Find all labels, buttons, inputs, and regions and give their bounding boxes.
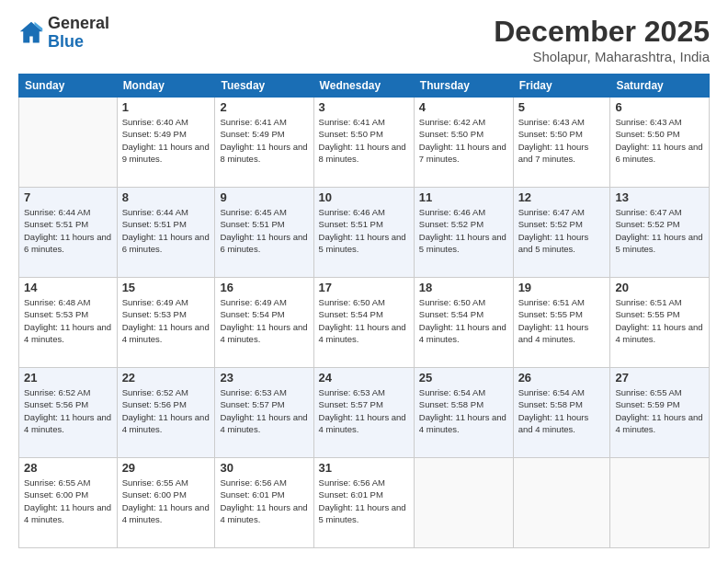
calendar-cell: 28Sunrise: 6:55 AMSunset: 6:00 PMDayligh… — [19, 458, 118, 548]
cell-sun-info: Sunrise: 6:50 AMSunset: 5:54 PMDaylight:… — [419, 296, 508, 345]
day-number: 8 — [122, 190, 210, 204]
calendar-cell: 11Sunrise: 6:46 AMSunset: 5:52 PMDayligh… — [414, 188, 513, 278]
cell-sun-info: Sunrise: 6:51 AMSunset: 5:55 PMDaylight:… — [615, 296, 704, 345]
calendar-page: General Blue December 2025 Sholapur, Mah… — [0, 0, 728, 563]
day-number: 19 — [518, 281, 606, 294]
calendar-cell: 31Sunrise: 6:56 AMSunset: 6:01 PMDayligh… — [313, 458, 414, 548]
calendar-cell: 23Sunrise: 6:53 AMSunset: 5:57 PMDayligh… — [215, 368, 313, 458]
day-number: 26 — [518, 371, 606, 385]
day-number: 24 — [319, 371, 409, 385]
calendar-cell: 16Sunrise: 6:49 AMSunset: 5:54 PMDayligh… — [215, 278, 313, 368]
calendar-cell: 24Sunrise: 6:53 AMSunset: 5:57 PMDayligh… — [313, 368, 414, 458]
cell-sun-info: Sunrise: 6:53 AMSunset: 5:57 PMDaylight:… — [220, 386, 308, 435]
header: General Blue December 2025 Sholapur, Mah… — [18, 15, 710, 64]
cell-sun-info: Sunrise: 6:47 AMSunset: 5:52 PMDaylight:… — [615, 206, 704, 255]
cell-sun-info: Sunrise: 6:56 AMSunset: 6:01 PMDaylight:… — [220, 477, 308, 525]
cell-sun-info: Sunrise: 6:54 AMSunset: 5:58 PMDaylight:… — [419, 386, 508, 435]
weekday-header-row: SundayMondayTuesdayWednesdayThursdayFrid… — [19, 75, 710, 98]
logo-text: General Blue — [48, 15, 109, 52]
calendar-week-row: 14Sunrise: 6:48 AMSunset: 5:53 PMDayligh… — [19, 278, 710, 368]
day-number: 2 — [220, 100, 308, 114]
day-number: 23 — [220, 371, 308, 385]
day-number: 11 — [419, 190, 508, 204]
cell-sun-info: Sunrise: 6:47 AMSunset: 5:52 PMDaylight:… — [518, 206, 606, 255]
day-number: 7 — [24, 190, 112, 204]
day-number: 17 — [319, 281, 409, 294]
day-number: 16 — [220, 281, 308, 294]
day-number: 20 — [615, 281, 704, 294]
cell-sun-info: Sunrise: 6:56 AMSunset: 6:01 PMDaylight:… — [319, 477, 409, 525]
day-number: 4 — [419, 100, 508, 114]
cell-sun-info: Sunrise: 6:42 AMSunset: 5:50 PMDaylight:… — [419, 116, 508, 165]
calendar-week-row: 7Sunrise: 6:44 AMSunset: 5:51 PMDaylight… — [19, 188, 710, 278]
day-number: 22 — [122, 371, 210, 385]
day-number: 6 — [615, 100, 704, 114]
cell-sun-info: Sunrise: 6:45 AMSunset: 5:51 PMDaylight:… — [220, 206, 308, 255]
day-number: 27 — [615, 371, 704, 385]
cell-sun-info: Sunrise: 6:46 AMSunset: 5:52 PMDaylight:… — [419, 206, 508, 255]
weekday-header-sunday: Sunday — [19, 75, 118, 98]
calendar-cell: 22Sunrise: 6:52 AMSunset: 5:56 PMDayligh… — [117, 368, 215, 458]
calendar-cell — [513, 458, 610, 548]
cell-sun-info: Sunrise: 6:40 AMSunset: 5:49 PMDaylight:… — [122, 116, 210, 165]
day-number: 29 — [122, 461, 210, 475]
calendar-cell: 21Sunrise: 6:52 AMSunset: 5:56 PMDayligh… — [19, 368, 118, 458]
calendar-cell: 25Sunrise: 6:54 AMSunset: 5:58 PMDayligh… — [414, 368, 513, 458]
calendar-cell: 15Sunrise: 6:49 AMSunset: 5:53 PMDayligh… — [117, 278, 215, 368]
day-number: 3 — [319, 100, 409, 114]
day-number: 5 — [518, 100, 606, 114]
day-number: 1 — [122, 100, 210, 114]
weekday-header-wednesday: Wednesday — [313, 75, 414, 98]
calendar-cell: 4Sunrise: 6:42 AMSunset: 5:50 PMDaylight… — [414, 98, 513, 188]
cell-sun-info: Sunrise: 6:46 AMSunset: 5:51 PMDaylight:… — [319, 206, 409, 255]
cell-sun-info: Sunrise: 6:55 AMSunset: 6:00 PMDaylight:… — [122, 477, 210, 525]
calendar-cell: 9Sunrise: 6:45 AMSunset: 5:51 PMDaylight… — [215, 188, 313, 278]
title-section: December 2025 Sholapur, Maharashtra, Ind… — [494, 15, 710, 64]
cell-sun-info: Sunrise: 6:49 AMSunset: 5:54 PMDaylight:… — [220, 296, 308, 345]
calendar-cell: 2Sunrise: 6:41 AMSunset: 5:49 PMDaylight… — [215, 98, 313, 188]
calendar-cell: 7Sunrise: 6:44 AMSunset: 5:51 PMDaylight… — [19, 188, 118, 278]
day-number: 13 — [615, 190, 704, 204]
day-number: 21 — [24, 371, 112, 385]
weekday-header-tuesday: Tuesday — [215, 75, 313, 98]
calendar-cell: 30Sunrise: 6:56 AMSunset: 6:01 PMDayligh… — [215, 458, 313, 548]
calendar-week-row: 28Sunrise: 6:55 AMSunset: 6:00 PMDayligh… — [19, 458, 710, 548]
calendar-cell: 5Sunrise: 6:43 AMSunset: 5:50 PMDaylight… — [513, 98, 610, 188]
day-number: 12 — [518, 190, 606, 204]
calendar-cell: 27Sunrise: 6:55 AMSunset: 5:59 PMDayligh… — [610, 368, 710, 458]
weekday-header-saturday: Saturday — [610, 75, 710, 98]
cell-sun-info: Sunrise: 6:48 AMSunset: 5:53 PMDaylight:… — [24, 296, 112, 345]
weekday-header-monday: Monday — [117, 75, 215, 98]
calendar-cell: 8Sunrise: 6:44 AMSunset: 5:51 PMDaylight… — [117, 188, 215, 278]
day-number: 30 — [220, 461, 308, 475]
calendar-cell: 17Sunrise: 6:50 AMSunset: 5:54 PMDayligh… — [313, 278, 414, 368]
calendar-week-row: 21Sunrise: 6:52 AMSunset: 5:56 PMDayligh… — [19, 368, 710, 458]
location: Sholapur, Maharashtra, India — [494, 49, 710, 64]
calendar-cell: 12Sunrise: 6:47 AMSunset: 5:52 PMDayligh… — [513, 188, 610, 278]
calendar-cell: 13Sunrise: 6:47 AMSunset: 5:52 PMDayligh… — [610, 188, 710, 278]
month-title: December 2025 — [494, 15, 710, 49]
calendar-cell — [414, 458, 513, 548]
calendar-cell: 3Sunrise: 6:41 AMSunset: 5:50 PMDaylight… — [313, 98, 414, 188]
day-number: 15 — [122, 281, 210, 294]
calendar-cell: 18Sunrise: 6:50 AMSunset: 5:54 PMDayligh… — [414, 278, 513, 368]
cell-sun-info: Sunrise: 6:41 AMSunset: 5:49 PMDaylight:… — [220, 116, 308, 165]
calendar-cell: 29Sunrise: 6:55 AMSunset: 6:00 PMDayligh… — [117, 458, 215, 548]
day-number: 25 — [419, 371, 508, 385]
day-number: 14 — [24, 281, 112, 294]
calendar-cell: 10Sunrise: 6:46 AMSunset: 5:51 PMDayligh… — [313, 188, 414, 278]
cell-sun-info: Sunrise: 6:53 AMSunset: 5:57 PMDaylight:… — [319, 386, 409, 435]
cell-sun-info: Sunrise: 6:52 AMSunset: 5:56 PMDaylight:… — [122, 386, 210, 435]
day-number: 18 — [419, 281, 508, 294]
day-number: 31 — [319, 461, 409, 475]
weekday-header-thursday: Thursday — [414, 75, 513, 98]
calendar-cell: 26Sunrise: 6:54 AMSunset: 5:58 PMDayligh… — [513, 368, 610, 458]
weekday-header-friday: Friday — [513, 75, 610, 98]
calendar-cell: 19Sunrise: 6:51 AMSunset: 5:55 PMDayligh… — [513, 278, 610, 368]
calendar-cell: 20Sunrise: 6:51 AMSunset: 5:55 PMDayligh… — [610, 278, 710, 368]
cell-sun-info: Sunrise: 6:51 AMSunset: 5:55 PMDaylight:… — [518, 296, 606, 345]
cell-sun-info: Sunrise: 6:41 AMSunset: 5:50 PMDaylight:… — [319, 116, 409, 165]
day-number: 10 — [319, 190, 409, 204]
calendar-cell — [610, 458, 710, 548]
day-number: 9 — [220, 190, 308, 204]
